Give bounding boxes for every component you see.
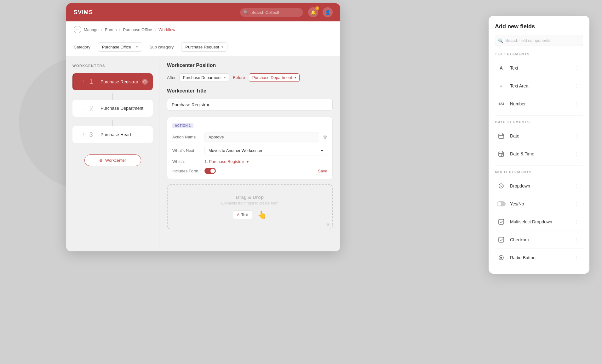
which-select[interactable]: 1. Purchase Registrar ▾ (204, 159, 249, 164)
section-divider-1 (495, 115, 583, 116)
user-avatar[interactable]: 👤 (323, 7, 333, 17)
drag-handle-1: ⋮⋮ (78, 80, 85, 84)
breadcrumb-sep1: › (101, 27, 102, 32)
category-select[interactable]: Purchase Office ▾ (98, 42, 142, 52)
includes-form-toggle[interactable] (204, 168, 216, 174)
action-name-row: Action Name 🗑 (172, 132, 327, 142)
before-select[interactable]: Purchase Department ▾ (249, 73, 300, 82)
date-field-label: Date (510, 133, 570, 138)
breadcrumb-purchase-office[interactable]: Purchase Office (123, 27, 152, 32)
checkbox-field-icon (496, 235, 506, 245)
breadcrumb-manage[interactable]: Manage (84, 27, 99, 32)
after-label: After (167, 75, 175, 80)
delete-action-button[interactable]: 🗑 (323, 135, 327, 140)
drag-drop-title: Drag & Drop (177, 194, 323, 200)
dropdown-field-label: Dropdown (510, 183, 570, 188)
drag-drop-area[interactable]: Drag & Drop Elements from right to creat… (167, 184, 333, 229)
before-chevron-icon: ▾ (295, 76, 296, 79)
textarea-drag-handle: ⋮⋮ (574, 84, 582, 88)
back-button[interactable]: ← (74, 26, 81, 33)
field-item-text[interactable]: A Text ⋮⋮ (495, 59, 583, 77)
search-icon: 🔍 (243, 10, 249, 15)
text-elements-label: TEXT ELEMENTS (495, 52, 583, 56)
includes-row: Includes Form Save (172, 168, 327, 174)
whats-next-chevron-icon: ▾ (321, 148, 323, 153)
checkbox-drag-handle: ⋮⋮ (574, 238, 582, 242)
yesno-field-icon (496, 199, 506, 209)
dropdown-field-icon (496, 181, 506, 191)
svg-point-11 (499, 184, 503, 188)
breadcrumb-sep3: › (155, 27, 156, 32)
notification-button[interactable]: 🔔 3 (308, 7, 318, 17)
drag-chip-text: A Text (233, 210, 252, 219)
which-label: Which: (172, 159, 201, 164)
svg-rect-14 (499, 219, 504, 224)
nav-search-input[interactable] (240, 8, 303, 17)
notification-badge: 3 (315, 6, 319, 10)
field-item-textarea[interactable]: ≡ Text Area ⋮⋮ (495, 77, 583, 95)
position-row: After Purchase Deparment ▾ Before Purcha… (167, 73, 333, 82)
after-value: Purchase Deparment (183, 75, 221, 80)
field-item-datetime[interactable]: Date & Time ⋮⋮ (495, 145, 583, 163)
whats-next-label: What's Next (172, 148, 201, 153)
whats-next-row: What's Next Moves to Another Workcenter … (172, 146, 327, 155)
drag-drop-preview: A Text 👆 (177, 210, 323, 219)
action-badge: ACTION 1 (172, 123, 193, 128)
workcenter-item-2[interactable]: ⋮⋮ 2 Purchase Department (72, 100, 153, 117)
wc-num-2: 2 (89, 104, 97, 112)
sub-category-select[interactable]: Purchase Request ▾ (181, 42, 227, 52)
field-search-input[interactable] (495, 35, 583, 46)
date-elements-label: DATE ELEMENTS (495, 120, 583, 124)
whats-next-value: Moves to Another Workcenter (209, 148, 262, 153)
field-item-dropdown[interactable]: Dropdown ⋮⋮ (495, 177, 583, 195)
multiselect-field-icon (496, 217, 506, 227)
which-chevron-icon: ▾ (247, 159, 249, 164)
field-item-multiselect[interactable]: Multiselect Dropdown ⋮⋮ (495, 213, 583, 231)
action-card: ACTION 1 Action Name 🗑 What's Next Moves… (167, 117, 333, 179)
field-item-date[interactable]: Date ⋮⋮ (495, 127, 583, 145)
drag-handle-3: ⋮⋮ (78, 133, 85, 137)
field-item-yesno[interactable]: Yes/No ⋮⋮ (495, 195, 583, 213)
date-field-icon (496, 131, 506, 141)
field-item-checkbox[interactable]: Checkbox ⋮⋮ (495, 231, 583, 249)
title-label: Workcenter Title (167, 88, 333, 94)
workcenter-item-1[interactable]: ⋮⋮ 1 Purchase Registrar ⓘ (72, 73, 153, 90)
info-icon-1[interactable]: ⓘ (142, 79, 148, 85)
breadcrumb-forms[interactable]: Forms (105, 27, 117, 32)
which-value: 1. Purchase Registrar (204, 159, 244, 164)
sub-category-label: Sub category (150, 45, 174, 49)
drag-drop-sub: Elements from right to create form (177, 201, 323, 205)
whats-next-select[interactable]: Moves to Another Workcenter ▾ (204, 146, 327, 155)
includes-form-label: Includes Form (172, 169, 201, 173)
category-bar: Category Purchase Office ▾ Sub category … (66, 38, 340, 56)
category-label: Category (74, 45, 90, 49)
multiselect-drag-handle: ⋮⋮ (574, 220, 582, 224)
yesno-field-label: Yes/No (510, 201, 570, 206)
text-chip-label: Text (241, 213, 248, 217)
workcenter-item-3[interactable]: ⋮⋮ 3 Purchase Head (72, 126, 153, 143)
radio-field-icon (496, 253, 506, 263)
wc-connector-2 (72, 120, 153, 126)
radio-drag-handle: ⋮⋮ (574, 255, 582, 260)
which-row: Which: 1. Purchase Registrar ▾ (172, 159, 327, 164)
save-button[interactable]: Save (318, 169, 327, 173)
field-search-wrap: 🔍 (495, 35, 583, 46)
after-select[interactable]: Purchase Deparment ▾ (179, 73, 229, 82)
before-label: Before (233, 75, 245, 80)
top-nav: SVIMS 🔍 🔔 3 👤 (66, 3, 340, 21)
workcenters-panel: WORKCENTERS ⋮⋮ 1 Purchase Registrar ⓘ ⋮⋮… (66, 56, 159, 251)
field-search-icon: 🔍 (498, 38, 503, 43)
datetime-field-label: Date & Time (510, 151, 570, 156)
yesno-drag-handle: ⋮⋮ (574, 202, 582, 206)
workcenter-title-input[interactable] (167, 99, 333, 111)
add-icon: ⊕ (99, 158, 103, 163)
multiselect-field-label: Multiselect Dropdown (510, 219, 570, 224)
add-workcenter-button[interactable]: ⊕ Workcenter (84, 154, 141, 166)
action-name-input[interactable] (204, 132, 319, 142)
dropdown-drag-handle: ⋮⋮ (574, 184, 582, 188)
date-drag-handle: ⋮⋮ (574, 134, 582, 138)
field-item-number[interactable]: 123 Number ⋮⋮ (495, 95, 583, 113)
field-item-radio[interactable]: Radio Button ⋮⋮ (495, 249, 583, 266)
breadcrumb: ← Manage › Forms › Purchase Office › Wor… (66, 21, 340, 38)
svg-point-17 (500, 257, 502, 259)
